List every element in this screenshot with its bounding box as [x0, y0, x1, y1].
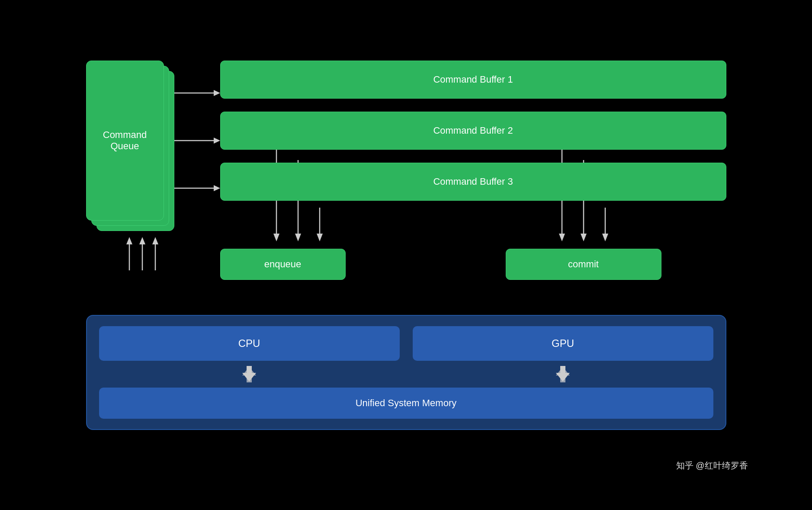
buffer-1-label: Command Buffer 1	[433, 74, 513, 85]
svg-marker-1	[214, 90, 220, 96]
command-buffer-1: Command Buffer 1	[220, 61, 726, 99]
enqueue-box: enqueue	[220, 249, 346, 280]
buffer-2-label: Command Buffer 2	[433, 125, 513, 136]
command-queue-label: Command Queue	[103, 129, 147, 152]
commit-box: commit	[506, 249, 661, 280]
diagram-container: Command Queue Command Buffer 1 Command B…	[60, 35, 752, 476]
memory-box: Unified System Memory	[99, 388, 713, 419]
command-queue-stack: Command Queue	[86, 61, 177, 242]
svg-marker-16	[581, 234, 587, 241]
enqueue-label: enqueue	[264, 259, 302, 270]
svg-marker-3	[214, 138, 220, 144]
svg-marker-11	[317, 234, 323, 241]
gpu-arrow	[413, 366, 713, 382]
memory-label: Unified System Memory	[356, 398, 457, 409]
svg-marker-15	[559, 234, 565, 241]
svg-marker-17	[602, 234, 608, 241]
cq-card-front: Command Queue	[86, 61, 164, 221]
gpu-double-arrow	[554, 366, 571, 382]
command-buffer-3: Command Buffer 3	[220, 163, 726, 201]
svg-marker-9	[273, 234, 279, 241]
gpu-label: GPU	[552, 337, 574, 350]
processors-row: CPU GPU	[99, 326, 713, 361]
svg-marker-27	[556, 367, 570, 382]
buffer-3-label: Command Buffer 3	[433, 176, 513, 187]
svg-marker-25	[242, 367, 256, 382]
command-buffer-2: Command Buffer 2	[220, 112, 726, 150]
watermark: 知乎 @红叶绮罗香	[676, 460, 748, 472]
cpu-label: CPU	[238, 337, 260, 350]
cpu-box: CPU	[99, 326, 400, 361]
commit-label: commit	[568, 259, 599, 270]
gpu-box: GPU	[413, 326, 713, 361]
cpu-arrow	[99, 366, 400, 382]
processor-arrows-row	[99, 366, 713, 382]
cpu-double-arrow	[241, 366, 258, 382]
svg-marker-10	[295, 234, 301, 241]
system-block: CPU GPU Unified System Memory	[86, 315, 726, 430]
command-buffers-column: Command Buffer 1 Command Buffer 2 Comman…	[220, 61, 726, 201]
svg-marker-5	[214, 185, 220, 191]
